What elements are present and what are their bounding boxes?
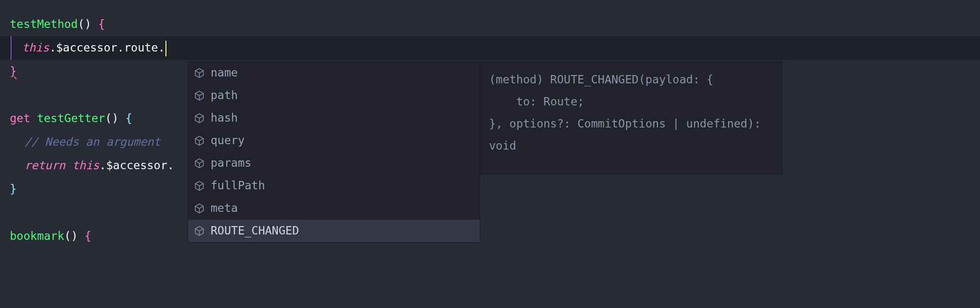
- property-chain: .$accessor.: [99, 159, 174, 172]
- autocomplete-docs: (method) ROUTE_CHANGED(payload: { to: Ro…: [480, 61, 783, 174]
- keyword-this: this: [65, 159, 99, 172]
- autocomplete-widget: namepathhashqueryparamsfullPathmetaROUTE…: [188, 61, 783, 243]
- method-name: bookmark: [10, 228, 64, 245]
- field-icon: [194, 90, 205, 101]
- open-brace: {: [91, 16, 105, 33]
- autocomplete-item[interactable]: params: [188, 152, 480, 175]
- indent-guide: this.$accessor.route.: [11, 36, 166, 60]
- autocomplete-item-label: ROUTE_CHANGED: [211, 222, 299, 240]
- autocomplete-item[interactable]: hash: [188, 107, 480, 129]
- autocomplete-item-label: name: [211, 64, 238, 82]
- cube-icon: [194, 226, 205, 236]
- getter-name: testGetter: [30, 110, 105, 128]
- close-brace: }: [10, 180, 17, 198]
- autocomplete-item[interactable]: path: [188, 84, 480, 107]
- code-line-active[interactable]: this.$accessor.route.: [0, 36, 980, 60]
- method-name: testMethod: [10, 16, 78, 33]
- parens: (): [78, 16, 91, 33]
- autocomplete-item[interactable]: ROUTE_CHANGED: [188, 220, 480, 242]
- autocomplete-item-label: params: [211, 154, 251, 172]
- field-icon: [194, 203, 205, 214]
- autocomplete-item-label: path: [211, 87, 238, 104]
- parens: (): [64, 228, 78, 245]
- autocomplete-item-label: hash: [211, 109, 238, 127]
- autocomplete-item[interactable]: name: [188, 62, 480, 84]
- autocomplete-list[interactable]: namepathhashqueryparamsfullPathmetaROUTE…: [188, 61, 480, 243]
- field-icon: [194, 180, 205, 191]
- field-icon: [194, 135, 205, 146]
- autocomplete-item[interactable]: query: [188, 129, 480, 152]
- autocomplete-item-label: meta: [211, 200, 238, 217]
- property-chain: .$accessor.route.: [49, 41, 164, 54]
- code-line[interactable]: testMethod() {: [10, 13, 970, 36]
- keyword-get: get: [10, 110, 30, 128]
- keyword-return: return: [25, 159, 65, 172]
- text-cursor: [165, 41, 166, 56]
- parens: (): [105, 110, 119, 128]
- field-icon: [194, 68, 205, 78]
- field-icon: [194, 158, 205, 169]
- field-icon: [194, 113, 205, 124]
- open-brace: {: [78, 228, 91, 245]
- autocomplete-item-label: fullPath: [211, 177, 265, 195]
- keyword-this: this: [22, 41, 49, 54]
- close-brace-error: }: [10, 63, 17, 80]
- autocomplete-item-label: query: [211, 132, 245, 150]
- open-brace: {: [119, 110, 133, 128]
- autocomplete-item[interactable]: fullPath: [188, 175, 480, 197]
- comment-text: // Needs an argument: [10, 133, 161, 151]
- autocomplete-item[interactable]: meta: [188, 197, 480, 220]
